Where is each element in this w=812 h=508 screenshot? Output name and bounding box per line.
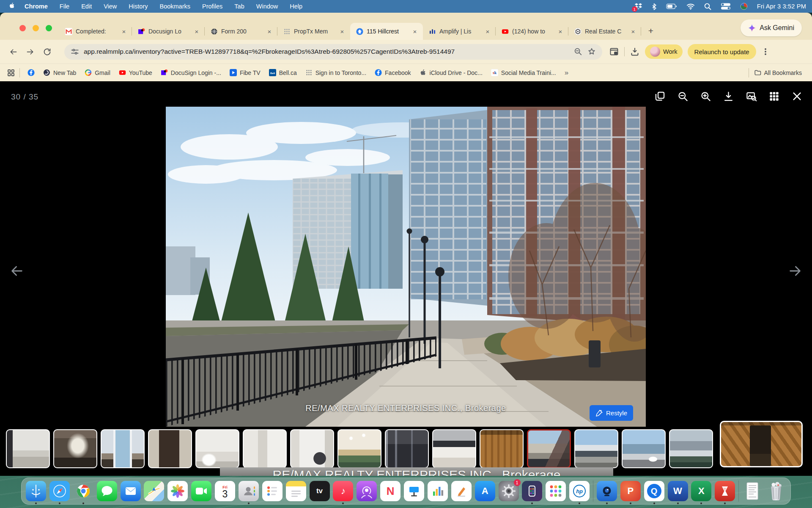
menu-clock[interactable]: Fri Apr 3 3:52 PM — [757, 3, 806, 10]
thumbnail-mirror[interactable] — [148, 429, 192, 468]
bookmark-bell-ca[interactable]: BellBell.ca — [266, 67, 300, 78]
menu-history[interactable]: History — [129, 3, 148, 10]
dropbox-icon[interactable]: 1 — [634, 3, 642, 10]
reload-button[interactable] — [40, 44, 54, 59]
tab-close-icon[interactable]: × — [193, 28, 200, 35]
tab-close-icon[interactable]: × — [338, 28, 346, 35]
bookmark-youtube[interactable]: YouTube — [115, 67, 156, 78]
back-button[interactable] — [6, 44, 20, 59]
dock-excel-icon[interactable]: X — [691, 481, 711, 501]
dock-q-app-icon[interactable]: Q — [644, 481, 664, 501]
battery-icon[interactable] — [666, 3, 677, 9]
thumbnail-building-canopy[interactable] — [574, 429, 618, 468]
omnibox[interactable]: app.realmmlp.ca/inventory?active=TREB-W1… — [64, 44, 602, 60]
control-center-icon[interactable] — [721, 3, 731, 10]
dock-iphone-mirroring-icon[interactable] — [522, 481, 542, 501]
dock-launchpad-icon[interactable] — [546, 481, 566, 501]
next-photo-arrow[interactable] — [785, 261, 805, 281]
dock-mail-icon[interactable] — [121, 481, 141, 501]
tab-docusign-lo[interactable]: Docusign Lo× — [132, 23, 205, 40]
menu-view[interactable]: View — [104, 3, 117, 10]
dock-maps-icon[interactable] — [144, 481, 164, 501]
dock-safari-icon[interactable] — [49, 481, 70, 501]
thumbnail-bath-vanity[interactable] — [6, 429, 50, 468]
menu-profiles[interactable]: Profiles — [202, 3, 222, 10]
thumbnail-kitchen-counter[interactable] — [432, 429, 476, 468]
ask-gemini-button[interactable]: Ask Gemini — [741, 19, 802, 36]
dock-trash-icon[interactable] — [766, 481, 786, 501]
thumbnail-skyline[interactable] — [669, 429, 713, 468]
thumbnail-party-room[interactable] — [337, 429, 381, 468]
wifi-icon[interactable] — [686, 3, 695, 10]
tab-close-icon[interactable]: × — [557, 28, 564, 35]
dock-word-icon[interactable]: W — [668, 481, 688, 501]
tab-amplify-lis[interactable]: Amplify | Lis× — [423, 23, 496, 40]
close-window-button[interactable] — [19, 25, 26, 31]
grid-icon[interactable] — [768, 91, 780, 102]
apps-grid-icon[interactable] — [7, 69, 15, 77]
dock-receipt-icon[interactable] — [742, 481, 763, 501]
dock-music-icon[interactable]: ♪ — [333, 481, 353, 501]
all-bookmarks-button[interactable]: All Bookmarks — [751, 67, 805, 78]
bookmark-icloud-drive-doc[interactable]: iCloud Drive - Doc... — [416, 67, 486, 78]
dock-p-app-icon[interactable]: P — [620, 481, 641, 501]
zoom-in-icon[interactable] — [700, 91, 711, 102]
tab-close-icon[interactable]: × — [411, 28, 419, 35]
tab-form-200[interactable]: Form 200× — [205, 23, 277, 40]
dock-facetime-icon[interactable] — [191, 481, 211, 501]
dock-podcasts-icon[interactable] — [357, 481, 377, 501]
dock-tv-icon[interactable]: tv — [310, 481, 330, 501]
dock-notes-icon[interactable] — [286, 481, 306, 501]
menu-bookmarks[interactable]: Bookmarks — [159, 3, 190, 10]
tab-115-hillcrest[interactable]: 115 Hillcrest× — [350, 23, 423, 40]
dock-cam-icon[interactable] — [597, 481, 617, 501]
tab-close-icon[interactable]: × — [120, 28, 128, 35]
chrome-menu-icon[interactable] — [761, 47, 770, 56]
bookmark-star-icon[interactable] — [587, 47, 596, 56]
tab-completed-[interactable]: Completed: × — [59, 23, 132, 40]
dock-timer-icon[interactable] — [715, 481, 735, 501]
bluetooth-icon[interactable] — [652, 3, 657, 10]
relaunch-to-update-button[interactable]: Relaunch to update — [688, 44, 756, 59]
restyle-button[interactable]: Restyle — [590, 405, 633, 421]
dock-messages-icon[interactable] — [97, 481, 117, 501]
bookmark-sign-in-to-toronto[interactable]: Sign in to Toronto... — [302, 67, 370, 78]
thumbnail-bedroom-dark[interactable] — [53, 429, 97, 468]
new-tab-button[interactable]: + — [645, 25, 657, 37]
previous-photo-arrow[interactable] — [7, 261, 27, 281]
dock-reminders-icon[interactable] — [262, 481, 283, 501]
menu-file[interactable]: File — [60, 3, 69, 10]
menu-edit[interactable]: Edit — [81, 3, 92, 10]
thumbnail-sauna[interactable] — [480, 429, 524, 468]
bookmark-social-media-traini[interactable]: skSocial Media Traini... — [488, 67, 560, 78]
open-in-window-icon[interactable] — [609, 47, 619, 57]
dock-settings-icon[interactable]: 1 — [499, 481, 519, 501]
dock-hp-icon[interactable]: hp — [569, 481, 590, 501]
dock-photos-icon[interactable] — [167, 481, 188, 501]
bookmark-fibe-tv[interactable]: Fibe TV — [226, 67, 264, 78]
profile-chip[interactable]: Work — [645, 44, 683, 59]
menu-app-name[interactable]: Chrome — [25, 3, 48, 10]
thumbnail-hallway[interactable] — [243, 429, 287, 468]
thumbnail-gym[interactable] — [385, 429, 429, 468]
zoom-out-icon[interactable] — [677, 91, 689, 102]
tab--124-how-to[interactable]: (124) how to× — [496, 23, 568, 40]
copy-icon[interactable] — [654, 91, 666, 102]
zoom-page-icon[interactable] — [573, 47, 583, 56]
dock-calendar-icon[interactable]: Fri3 — [215, 481, 235, 501]
dock-numbers-icon[interactable] — [428, 481, 448, 501]
tab-proptx-mem[interactable]: PropTx Mem× — [277, 23, 350, 40]
bookmark-gmail[interactable]: Gmail — [81, 67, 114, 78]
menu-help[interactable]: Help — [290, 3, 302, 10]
menu-tab[interactable]: Tab — [234, 3, 244, 10]
forward-button[interactable] — [23, 44, 37, 59]
dock-pages-icon[interactable] — [451, 481, 472, 501]
thumbnail-bath-white[interactable] — [195, 429, 239, 468]
thumbnail-laundry[interactable] — [290, 429, 334, 468]
dock-news-icon[interactable]: N — [380, 481, 401, 501]
bookmark-facebook[interactable]: Facebook — [371, 67, 414, 78]
dock-keynote-icon[interactable] — [404, 481, 424, 501]
dock-app-store-icon[interactable]: A — [475, 481, 495, 501]
bookmarks-overflow-chevron[interactable]: » — [561, 69, 572, 77]
close-icon[interactable] — [791, 91, 803, 102]
